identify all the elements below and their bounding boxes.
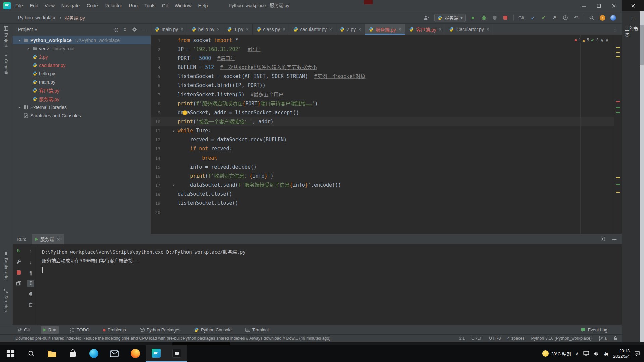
update-available-icon[interactable]: ↑ xyxy=(599,14,605,21)
menu-code[interactable]: Code xyxy=(83,0,101,11)
close-icon[interactable]: × xyxy=(487,27,489,32)
close-icon[interactable]: × xyxy=(358,27,361,32)
taskbar-recorder[interactable] xyxy=(166,345,187,362)
notification-icon[interactable] xyxy=(634,351,640,356)
code-line-10[interactable]: 10print('接受一个客户端链接：', addr) xyxy=(151,117,614,126)
code-line-9[interactable]: 9dataSocket, addr = listenSocket.accept(… xyxy=(151,108,614,117)
close-icon[interactable]: × xyxy=(181,27,183,32)
code-line-19[interactable]: 19listenSocket.close() xyxy=(151,199,614,208)
tool-window-button-git[interactable]: Git xyxy=(15,326,33,334)
tab-1.py[interactable]: 1.py× xyxy=(223,24,252,35)
editor[interactable]: 1from socket import *2IP = '192.168.31.2… xyxy=(151,35,622,234)
tree-item-hello.py[interactable]: hello.py xyxy=(13,69,151,78)
stripe-mark[interactable] xyxy=(616,184,620,185)
stripe-mark[interactable] xyxy=(616,107,620,108)
monitor-icon[interactable] xyxy=(583,351,589,356)
tool-stripe-structure[interactable]: Structure xyxy=(4,289,8,314)
rollback-button[interactable]: ↶ xyxy=(573,14,579,21)
gear-icon[interactable] xyxy=(601,236,606,242)
menu-help[interactable]: Help xyxy=(195,0,211,11)
code-line-14[interactable]: 14 break xyxy=(151,154,614,163)
tree-item-python_workplace[interactable]: ▾Python_workplaceD:\Python_workplace xyxy=(13,36,151,44)
search-icon[interactable] xyxy=(589,14,595,21)
tab-服务端.py[interactable]: 服务端.py× xyxy=(365,24,405,35)
debug-button[interactable] xyxy=(481,14,487,21)
inspections-widget[interactable]: ● 1 ▲ 5 ✔ 3 ∧ ∨ xyxy=(572,37,611,43)
tree-item-venv[interactable]: ▸venvlibrary root xyxy=(13,44,151,53)
tree-item-2.py[interactable]: 2.py xyxy=(13,53,151,61)
stop-button[interactable] xyxy=(502,14,508,21)
close-icon[interactable]: × xyxy=(329,27,332,32)
taskbar-search[interactable] xyxy=(21,345,42,362)
stripe-mark[interactable] xyxy=(616,47,620,48)
tool-stripe-project[interactable]: Project xyxy=(4,26,8,47)
clock-widget[interactable]: 20:13 2022/5/4 xyxy=(613,348,630,359)
minimize-button[interactable] xyxy=(576,0,591,11)
event-log-button[interactable]: Event Log xyxy=(581,327,607,333)
print-button[interactable] xyxy=(27,290,34,298)
settings-button[interactable] xyxy=(15,258,22,265)
tree-expand-icon[interactable]: ▸ xyxy=(26,47,31,50)
hide-icon[interactable]: — xyxy=(612,236,617,242)
user-menu-icon[interactable] xyxy=(423,14,430,21)
menu-git[interactable]: Git xyxy=(159,0,171,11)
tree-item-main.py[interactable]: main.py xyxy=(13,78,151,86)
maximize-button[interactable] xyxy=(591,0,606,11)
code-line-7[interactable]: 7listenSocket.listen(5) #最多五个用户 xyxy=(151,90,614,99)
menu-navigate[interactable]: Navigate xyxy=(58,0,83,11)
weather-widget[interactable]: 28°C 晴朗 xyxy=(542,350,571,357)
code-line-12[interactable]: 12 recved = dataSocket.recv(BUFLEN) xyxy=(151,135,614,144)
code-line-13[interactable]: 13 if not recved: xyxy=(151,144,614,154)
code-line-15[interactable]: 15 info = recved.decode() xyxy=(151,163,614,172)
status-item-3[interactable]: 4 spaces xyxy=(507,336,524,341)
next-occurrence-button[interactable]: ↓ xyxy=(27,258,34,265)
tree-item-external-libraries[interactable]: ▸External Libraries xyxy=(13,103,151,111)
history-button[interactable] xyxy=(562,14,568,21)
error-stripe[interactable] xyxy=(614,35,622,234)
menu-run[interactable]: Run xyxy=(125,0,141,11)
soft-wrap-button[interactable]: ¶ xyxy=(27,269,34,276)
taskbar-mail[interactable] xyxy=(104,345,125,362)
chevron-down-icon[interactable]: ▾ xyxy=(35,27,37,32)
console-caret-line[interactable] xyxy=(42,265,622,274)
stripe-mark[interactable] xyxy=(616,56,620,57)
code-line-16[interactable]: 16 print(f'收到对方信息：{info}') xyxy=(151,172,614,181)
code-line-4[interactable]: 4BUFLEN = 512 #一次从socket缓冲区输入的字节数据大小 xyxy=(151,63,614,72)
tab-2.py[interactable]: 2.py× xyxy=(336,24,365,35)
code-line-3[interactable]: 3PORT = 5000 #端口号 xyxy=(151,54,614,63)
git-update-button[interactable]: ↙ xyxy=(530,14,536,21)
close-icon[interactable]: × xyxy=(398,27,401,32)
tab-main.py[interactable]: main.py× xyxy=(151,24,187,35)
restore-layout-button[interactable] xyxy=(15,280,22,287)
tree-item-caculartor.py[interactable]: caculartor.py xyxy=(13,61,151,69)
menu-edit[interactable]: Edit xyxy=(26,0,41,11)
taskbar-pycharm[interactable]: PC xyxy=(146,345,166,362)
code-line-17[interactable]: 17∨ dataSocket.send(f'服务端接受到了信息{info}'.e… xyxy=(151,181,614,190)
locate-file-icon[interactable]: ◎ xyxy=(114,27,118,32)
tree-collapse-icon[interactable]: ▾ xyxy=(17,38,22,42)
stripe-mark[interactable] xyxy=(616,101,620,102)
code-line-18[interactable]: 18dataSocket.close() xyxy=(151,190,614,199)
tool-window-button-run[interactable]: ▶Run xyxy=(41,326,59,334)
fold-icon[interactable]: ∨ xyxy=(160,181,176,190)
breadcrumb-project[interactable]: Python_workplace xyxy=(18,15,56,20)
scrollbar-thumb[interactable] xyxy=(640,25,644,65)
tool-window-button-problems[interactable]: ●Problems xyxy=(100,326,129,334)
hide-panel-icon[interactable]: — xyxy=(142,27,147,32)
close-button[interactable] xyxy=(606,0,622,11)
speaker-icon[interactable] xyxy=(594,351,599,356)
tab-caculartor.py[interactable]: caculartor.py× xyxy=(289,24,336,35)
stripe-mark[interactable] xyxy=(616,52,620,53)
menu-tools[interactable]: Tools xyxy=(141,0,159,11)
taskbar-microsoft-store[interactable] xyxy=(62,345,83,362)
intention-bulb-icon[interactable] xyxy=(182,110,187,115)
status-item-1[interactable]: CRLF xyxy=(471,336,482,341)
gear-icon[interactable] xyxy=(132,27,137,32)
git-push-button[interactable]: ↗ xyxy=(551,14,557,21)
git-branch-widget[interactable]: a xyxy=(598,336,607,341)
tool-stripe-commit[interactable]: Commit xyxy=(4,52,8,74)
code-line-1[interactable]: 1from socket import * xyxy=(151,36,614,45)
project-panel-title[interactable]: Project xyxy=(18,27,33,32)
menu-refactor[interactable]: Refactor xyxy=(101,0,126,11)
run-tab[interactable]: ▶ 服务端 × xyxy=(32,234,64,244)
